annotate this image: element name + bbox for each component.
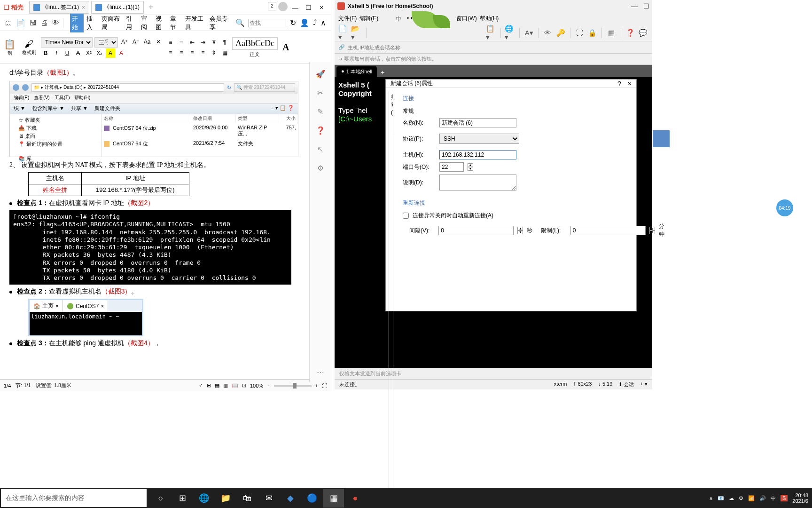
shading-icon[interactable]: ▦: [220, 48, 229, 57]
sync-icon[interactable]: ↻: [290, 18, 296, 27]
tab-dev[interactable]: 开发工具: [183, 14, 207, 32]
outdent-icon[interactable]: ⇤: [187, 38, 197, 47]
lock-icon[interactable]: 🔒: [587, 27, 598, 39]
paste-icon[interactable]: 📋: [4, 39, 16, 50]
tray-ime-icon[interactable]: 中: [771, 495, 776, 502]
tray-chevron[interactable]: ∧: [709, 495, 713, 501]
tree-item[interactable]: 代理: [391, 328, 393, 343]
help-icon[interactable]: ❓: [315, 125, 326, 135]
chat-icon[interactable]: 💬: [638, 27, 648, 39]
add-tab-button[interactable]: +: [377, 68, 388, 77]
more-icon[interactable]: ⋯: [315, 367, 326, 377]
view-read-icon[interactable]: 📖: [232, 382, 238, 389]
pen-icon[interactable]: ✎: [315, 106, 326, 117]
mail-icon[interactable]: ✉: [258, 489, 279, 508]
menu-file[interactable]: 文件(F): [338, 15, 357, 23]
link-icon[interactable]: 🔗: [338, 44, 345, 50]
save-icon[interactable]: 🖫: [29, 19, 37, 27]
start-button[interactable]: ○: [150, 489, 171, 508]
tray-gear-icon[interactable]: ⚙: [739, 495, 743, 501]
fullscreen-icon[interactable]: ⛶: [322, 383, 327, 389]
eye-icon[interactable]: 👁: [542, 27, 553, 39]
help-icon[interactable]: ❓: [625, 27, 635, 39]
font-icon[interactable]: A▾: [523, 27, 534, 39]
minimize-button[interactable]: —: [289, 2, 301, 13]
maximize-button[interactable]: ☐: [643, 2, 649, 10]
tab-view[interactable]: 视图: [154, 14, 167, 32]
port-input[interactable]: [439, 162, 464, 172]
tree-item[interactable]: RLOGIN: [391, 315, 393, 322]
open-icon[interactable]: 📂▾: [351, 27, 362, 39]
tree-item[interactable]: −外观: [391, 458, 393, 479]
spacing-icon[interactable]: ⇕: [209, 48, 219, 57]
super-icon[interactable]: X²: [84, 48, 94, 58]
align-left-icon[interactable]: ≡: [166, 48, 175, 57]
spell-icon[interactable]: ✓: [199, 382, 203, 389]
view-web-icon[interactable]: ⊞: [207, 382, 211, 389]
shrink-font-icon[interactable]: A⁻: [131, 37, 141, 47]
rocket-icon[interactable]: 🚀: [315, 69, 326, 79]
reconnect-checkbox[interactable]: [403, 213, 409, 219]
clip-icon[interactable]: ✂: [315, 87, 326, 98]
limit-spinner[interactable]: ▲▼: [649, 227, 655, 234]
tree-item[interactable]: −终端: [391, 387, 393, 407]
bold-icon[interactable]: B: [41, 48, 50, 58]
font-size-select[interactable]: 三号: [94, 37, 118, 48]
protocol-select[interactable]: SSH: [439, 134, 519, 144]
vmware-icon[interactable]: ▦: [323, 489, 344, 508]
numbering-icon[interactable]: ≣: [177, 38, 186, 47]
sort-icon[interactable]: ⊼: [209, 38, 219, 47]
tray-wifi-icon[interactable]: 📶: [748, 495, 755, 501]
new-icon[interactable]: 📄: [16, 18, 25, 27]
underline-icon[interactable]: U: [62, 48, 72, 58]
zoom-in[interactable]: +: [315, 383, 318, 389]
grow-font-icon[interactable]: A⁺: [120, 37, 129, 47]
tab-start[interactable]: 开始: [70, 14, 84, 32]
tab-member[interactable]: 会员专享: [208, 14, 232, 32]
tab-section[interactable]: 章节: [168, 14, 182, 32]
fit-icon[interactable]: ⊡: [242, 382, 246, 389]
menu-edit[interactable]: 编辑(E): [359, 15, 378, 23]
notif-badge[interactable]: 2: [268, 2, 276, 10]
menu-help[interactable]: 帮助(H): [480, 15, 499, 23]
name-input[interactable]: [439, 118, 516, 127]
search-icon[interactable]: 🔍: [235, 18, 245, 27]
tree-item[interactable]: TELNET: [391, 309, 393, 315]
tree-item[interactable]: 隧道: [391, 287, 393, 302]
interval-spinner[interactable]: ▲▼: [517, 227, 523, 234]
menu-window[interactable]: 窗口(W): [456, 15, 476, 23]
print-icon[interactable]: 🖨: [40, 19, 48, 27]
more-icon[interactable]: ⤴: [313, 18, 317, 27]
tree-item[interactable]: SFTP: [391, 302, 393, 309]
sub-icon[interactable]: X₂: [95, 48, 104, 58]
interval-input[interactable]: [438, 226, 514, 235]
edge-icon[interactable]: 🌐: [194, 489, 214, 508]
maximize-button[interactable]: ☐: [303, 2, 314, 13]
tab-ref[interactable]: 引用: [124, 14, 138, 32]
style-normal[interactable]: AaBbCcDc: [232, 37, 278, 50]
tray-mail-icon[interactable]: 📧: [718, 495, 724, 501]
close-icon[interactable]: ×: [628, 80, 632, 87]
strike-icon[interactable]: A̶: [73, 48, 83, 58]
session-tab-1[interactable]: ● 1 本地Shell: [336, 66, 377, 77]
key-icon[interactable]: 🔑: [555, 27, 566, 39]
host-input[interactable]: [348, 45, 648, 50]
view-outline-icon[interactable]: ▥: [223, 382, 228, 389]
tree-item[interactable]: 安全性: [391, 265, 393, 287]
tree-item[interactable]: 登录提示符: [391, 187, 393, 223]
user-avatar[interactable]: [278, 2, 288, 11]
xshell-taskbar-icon[interactable]: ●: [345, 489, 366, 508]
highlight-icon[interactable]: A: [106, 48, 115, 58]
view-print-icon[interactable]: ▦: [215, 382, 219, 389]
align-center-icon[interactable]: ≡: [177, 48, 186, 57]
zoom-slider[interactable]: [274, 385, 312, 387]
explorer-icon[interactable]: 📁: [215, 489, 236, 508]
share-icon[interactable]: 👤: [300, 18, 309, 27]
close-icon[interactable]: ×: [82, 4, 85, 11]
italic-icon[interactable]: I: [52, 48, 61, 58]
new-session-icon[interactable]: 📄▾: [338, 27, 349, 39]
align-right-icon[interactable]: ≡: [187, 48, 197, 57]
help-icon[interactable]: ?: [617, 80, 621, 87]
chevron-up-icon[interactable]: ∧: [320, 18, 326, 27]
tree-item[interactable]: VT 模式: [391, 422, 393, 443]
